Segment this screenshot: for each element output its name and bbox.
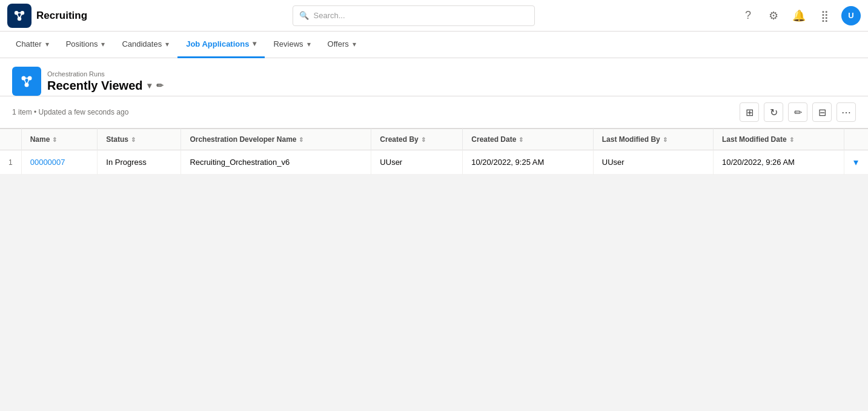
avatar[interactable]: U bbox=[841, 6, 861, 25]
title-chevron-icon[interactable]: ▾ bbox=[147, 81, 151, 90]
filter-button[interactable]: ⊟ bbox=[812, 102, 832, 122]
page-header: Orchestration Runs Recently Viewed ▾ ✏ bbox=[0, 58, 868, 96]
sort-icon: ⇕ bbox=[789, 136, 794, 143]
col-header-created-date[interactable]: Created Date ⇕ bbox=[463, 129, 593, 150]
table-header-row: Name ⇕ Status ⇕ Orchestration Developer … bbox=[0, 129, 868, 150]
created-by-cell: UUser bbox=[371, 150, 463, 175]
row-action-button[interactable]: ▾ bbox=[853, 157, 858, 167]
col-header-name[interactable]: Name ⇕ bbox=[21, 129, 98, 150]
sort-icon: ⇕ bbox=[421, 136, 426, 143]
table-container: Name ⇕ Status ⇕ Orchestration Developer … bbox=[0, 129, 868, 175]
page-header-title: Recently Viewed ▾ ✏ bbox=[47, 79, 856, 93]
chevron-down-icon: ▾ bbox=[45, 40, 49, 48]
setup-icon[interactable]: ⚙ bbox=[765, 7, 782, 24]
status-cell: In Progress bbox=[98, 150, 181, 175]
chevron-down-icon: ▾ bbox=[165, 40, 169, 48]
chevron-down-icon: ▾ bbox=[307, 40, 311, 48]
page-header-top: Orchestration Runs Recently Viewed ▾ ✏ bbox=[12, 67, 856, 96]
col-header-last-modified-by[interactable]: Last Modified By ⇕ bbox=[593, 129, 713, 150]
refresh-button[interactable]: ↻ bbox=[764, 102, 783, 122]
page-header-info: Orchestration Runs Recently Viewed ▾ ✏ bbox=[47, 70, 856, 93]
apps-grid-icon[interactable]: ⣿ bbox=[816, 7, 833, 24]
chevron-down-icon: ▾ bbox=[353, 40, 356, 48]
col-header-action bbox=[844, 129, 868, 150]
tab-job-applications[interactable]: Job Applications ▾ bbox=[177, 32, 265, 58]
col-header-row-num bbox=[0, 129, 21, 150]
tab-reviews[interactable]: Reviews ▾ bbox=[265, 32, 319, 58]
toolbar-meta: 1 item • Updated a few seconds ago bbox=[12, 108, 735, 116]
created-date-cell: 10/20/2022, 9:25 AM bbox=[463, 150, 593, 175]
help-icon[interactable]: ? bbox=[740, 7, 757, 24]
edit-button[interactable]: ✏ bbox=[788, 102, 807, 122]
tab-positions[interactable]: Positions ▾ bbox=[58, 32, 114, 58]
tab-chatter-label: Chatter bbox=[16, 39, 42, 48]
notification-icon[interactable]: 🔔 bbox=[790, 7, 807, 24]
page-header-subtitle: Orchestration Runs bbox=[47, 70, 856, 78]
action-cell[interactable]: ▾ bbox=[844, 150, 868, 175]
last-modified-date-cell: 10/20/2022, 9:26 AM bbox=[713, 150, 844, 175]
tab-offers-label: Offers bbox=[328, 39, 349, 48]
tab-chatter[interactable]: Chatter ▾ bbox=[7, 32, 58, 58]
last-modified-by-cell: UUser bbox=[593, 150, 713, 175]
sort-icon: ⇕ bbox=[663, 136, 668, 143]
orchestration-runs-table: Name ⇕ Status ⇕ Orchestration Developer … bbox=[0, 129, 868, 175]
more-button[interactable]: ⋯ bbox=[837, 102, 856, 122]
tab-job-applications-label: Job Applications bbox=[186, 39, 249, 48]
toolbar: 1 item • Updated a few seconds ago ⊞ ↻ ✏… bbox=[0, 96, 868, 129]
sort-icon: ⇕ bbox=[299, 136, 303, 143]
table-row: 1 00000007 In Progress Recruiting_Orches… bbox=[0, 150, 868, 175]
tab-offers[interactable]: Offers ▾ bbox=[319, 32, 365, 58]
name-cell: 00000007 bbox=[21, 150, 98, 175]
tab-candidates[interactable]: Candidates ▾ bbox=[113, 32, 177, 58]
search-container: 🔍 bbox=[99, 5, 727, 26]
name-link[interactable]: 00000007 bbox=[30, 158, 65, 167]
sort-icon: ⇕ bbox=[518, 136, 523, 143]
tab-positions-label: Positions bbox=[66, 39, 98, 48]
sort-icon: ⇕ bbox=[131, 136, 136, 143]
tab-candidates-label: Candidates bbox=[122, 39, 162, 48]
search-bar: 🔍 bbox=[293, 5, 535, 26]
app-logo[interactable]: Recruiting bbox=[7, 4, 87, 28]
orchestration-developer-name-cell: Recruiting_Orchestration_v6 bbox=[181, 150, 371, 175]
chevron-down-icon: ▾ bbox=[101, 40, 105, 48]
app-logo-icon bbox=[7, 4, 31, 28]
sort-icon: ⇕ bbox=[52, 136, 57, 143]
col-header-orchestration-developer-name[interactable]: Orchestration Developer Name ⇕ bbox=[181, 129, 371, 150]
content-area bbox=[0, 175, 868, 411]
top-right-icons: ? ⚙ 🔔 ⣿ U bbox=[740, 6, 861, 25]
nav-tabs: Chatter ▾ Positions ▾ Candidates ▾ Job A… bbox=[0, 32, 868, 58]
col-header-status[interactable]: Status ⇕ bbox=[98, 129, 181, 150]
search-icon: 🔍 bbox=[299, 11, 309, 20]
search-input[interactable] bbox=[314, 11, 528, 20]
page-title-text: Recently Viewed bbox=[47, 79, 142, 93]
row-num-cell: 1 bbox=[0, 150, 21, 175]
edit-title-icon[interactable]: ✏ bbox=[156, 81, 164, 90]
col-header-last-modified-date[interactable]: Last Modified Date ⇕ bbox=[713, 129, 844, 150]
top-navigation: Recruiting 🔍 ? ⚙ 🔔 ⣿ U bbox=[0, 0, 868, 32]
col-header-created-by[interactable]: Created By ⇕ bbox=[371, 129, 463, 150]
tab-reviews-label: Reviews bbox=[273, 39, 303, 48]
object-icon bbox=[12, 67, 41, 96]
chevron-down-icon: ▾ bbox=[253, 39, 256, 48]
app-title: Recruiting bbox=[36, 10, 87, 22]
columns-button[interactable]: ⊞ bbox=[740, 102, 759, 122]
